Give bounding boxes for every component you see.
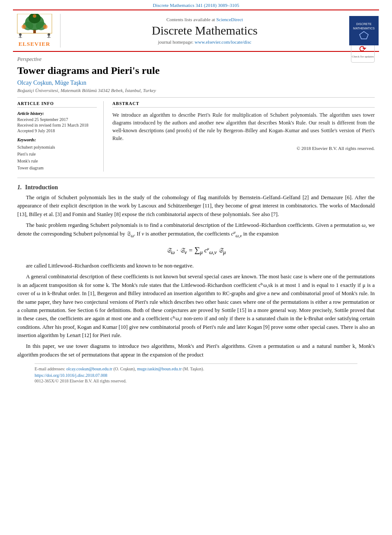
section-1-number: 1.	[17, 184, 22, 191]
article-info-column: ARTICLE INFO Article history: Received 2…	[17, 101, 104, 172]
keywords-section: Keywords: Schubert polynomials Pieri's r…	[17, 137, 97, 172]
journal-homepage: journal homepage: www.elsevier.com/locat…	[65, 39, 344, 45]
journal-reference: Discrete Mathematics 341 (2018) 3089–310…	[153, 3, 239, 8]
sciencedirect-label: Contents lists available at ScienceDirec…	[65, 17, 344, 22]
footer-doi: https://doi.org/10.1016/j.disc.2018.07.0…	[35, 373, 357, 378]
abstract-text: We introduce an algorithm to describe Pi…	[112, 111, 375, 142]
svg-point-7	[43, 25, 48, 29]
intro-paragraph-1: The origin of Schubert polynomials lies …	[17, 194, 375, 219]
section-1-title: 1. Introduction	[17, 184, 375, 191]
check-updates-badge: ⟳ Check for updates	[351, 61, 375, 63]
received-date: Received 25 September 2017	[17, 117, 97, 122]
main-equation: 𝔖ω · 𝔖ν = ∑μ cμω,ν 𝔖μ	[17, 245, 375, 256]
article-affiliation: Boğaziçi Üniversitesi, Matematik Bölümü …	[17, 88, 375, 93]
journal-ref-bar: Discrete Mathematics 341 (2018) 3089–310…	[0, 0, 392, 10]
keyword-1: Schubert polynomials	[17, 144, 97, 151]
svg-point-13	[48, 33, 50, 36]
article-type-label: Perspective	[17, 56, 375, 63]
dm-logo-box: DISCRETE MATHEMATICS	[349, 16, 379, 45]
article-body: ⟳ Check for updates Perspective Tower di…	[0, 52, 392, 392]
intro-paragraph-2: The basic problem regarding Schubert pol…	[17, 221, 375, 239]
elsevier-logo-section: ELSEVIER	[13, 14, 61, 48]
accepted-date: Accepted 9 July 2018	[17, 128, 97, 133]
article-history: Article history: Received 25 September 2…	[17, 111, 97, 133]
homepage-link[interactable]: www.elsevier.com/locate/disc	[194, 39, 251, 45]
journal-center: Contents lists available at ScienceDirec…	[65, 14, 344, 48]
footer-emails: E-mail addresses: olcay.coskun@boun.edu.…	[35, 366, 357, 371]
dm-logo-icon: DISCRETE MATHEMATICS	[353, 20, 375, 41]
svg-text:DISCRETE: DISCRETE	[356, 22, 372, 25]
introduction-section: 1. Introduction The origin of Schubert p…	[17, 184, 375, 359]
journal-header: ELSEVIER Contents lists available at Sci…	[13, 10, 379, 52]
info-abstract-section: ARTICLE INFO Article history: Received 2…	[17, 97, 375, 172]
email-link-2[interactable]: muge.taskin@boun.edu.tr	[137, 366, 182, 371]
keyword-3: Monk's rule	[17, 158, 97, 165]
intro-paragraph-5: In this paper, we use tower diagrams to …	[17, 342, 375, 359]
section-1-heading: Introduction	[25, 184, 58, 191]
history-heading: Article history:	[17, 111, 97, 116]
check-updates-label: Check for updates	[352, 55, 374, 58]
email-link-1[interactable]: olcay.coskun@boun.edu.tr	[66, 366, 112, 371]
page: Discrete Mathematics 341 (2018) 3089–310…	[0, 0, 392, 535]
elsevier-tree-icon	[15, 14, 54, 39]
intro-text-2: are called Littlewood–Richardson coeffic…	[17, 262, 375, 359]
journal-title: Discrete Mathematics	[65, 24, 344, 38]
equation-content: 𝔖ω · 𝔖ν = ∑μ cμω,ν 𝔖μ	[166, 245, 226, 256]
intro-text: The origin of Schubert polynomials lies …	[17, 194, 375, 239]
article-title: Tower diagrams and Pieri's rule	[17, 64, 375, 77]
article-info-heading: ARTICLE INFO	[17, 101, 97, 108]
svg-point-9	[19, 33, 22, 36]
svg-point-6	[22, 25, 26, 29]
revised-date: Received in revised form 21 March 2018	[17, 123, 97, 127]
svg-point-8	[33, 14, 36, 18]
svg-text:MATHEMATICS: MATHEMATICS	[353, 27, 375, 30]
sciencedirect-link[interactable]: ScienceDirect	[216, 17, 243, 22]
intro-paragraph-4: A general combinatorial description of t…	[17, 273, 375, 340]
page-footer: E-mail addresses: olcay.coskun@boun.edu.…	[35, 363, 357, 383]
footer-issn: 0012-365X/© 2018 Elsevier B.V. All right…	[35, 379, 357, 383]
copyright-text: © 2018 Elsevier B.V. All rights reserved…	[112, 146, 375, 151]
doi-link[interactable]: https://doi.org/10.1016/j.disc.2018.07.0…	[35, 373, 107, 378]
elsevier-brand-text: ELSEVIER	[19, 41, 51, 48]
keyword-4: Tower diagram	[17, 165, 97, 172]
intro-paragraph-3: are called Littlewood–Richardson coeffic…	[17, 262, 375, 270]
keyword-2: Pieri's rule	[17, 151, 97, 158]
keywords-heading: Keywords:	[17, 137, 97, 142]
abstract-heading: ABSTRACT	[112, 101, 375, 108]
article-authors: Olcay Coşkun, Müge Taşkın	[17, 80, 375, 86]
journal-logo-right: DISCRETE MATHEMATICS	[344, 14, 379, 48]
abstract-column: ABSTRACT We introduce an algorithm to de…	[112, 101, 375, 172]
